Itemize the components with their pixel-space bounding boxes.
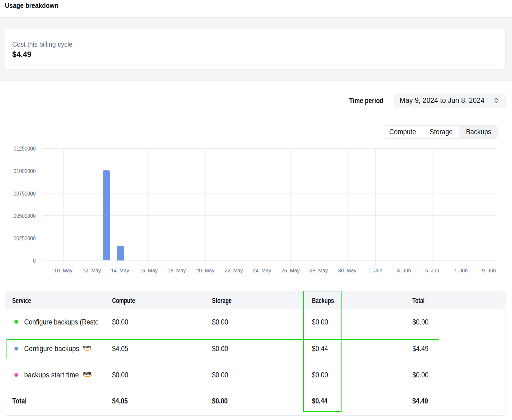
svg-text:aws: aws [83, 371, 91, 376]
